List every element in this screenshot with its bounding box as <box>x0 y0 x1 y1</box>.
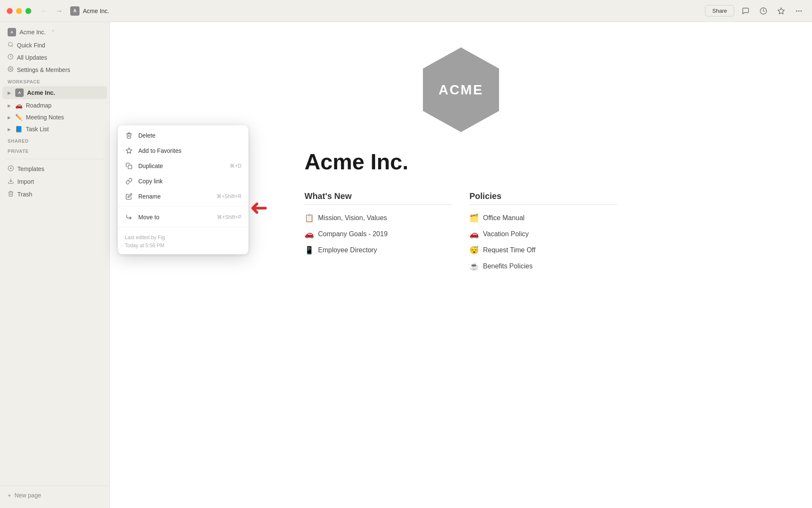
move-to-shortcut: ⌘+Shift+P <box>217 214 241 220</box>
chevron-right-icon: ▶ <box>8 127 11 132</box>
main-content: ACME Acme Inc. What's New 📋 Mission, Vis… <box>110 22 812 508</box>
vacation-policy-icon: 🚗 <box>469 229 479 239</box>
company-goals-icon: 🚗 <box>304 229 314 239</box>
sidebar-item-trash[interactable]: Trash <box>3 188 107 200</box>
duplicate-shortcut: ⌘+D <box>230 163 241 169</box>
chevron-right-icon: ▶ <box>8 115 11 120</box>
titlebar-actions: Share <box>705 5 805 17</box>
new-page-button[interactable]: + New page <box>0 489 110 501</box>
svg-rect-14 <box>128 165 132 169</box>
workspace-header[interactable]: A Acme Inc. ⌃ <box>3 26 107 39</box>
traffic-lights <box>7 8 31 14</box>
last-edited-time: Today at 5:56 PM <box>125 242 241 250</box>
add-to-favorites-label: Add to Favorites <box>138 147 241 154</box>
acme-hexagon: ACME <box>423 47 499 132</box>
policies-section: Policies 🗂️ Office Manual 🚗 Vacation Pol… <box>469 191 617 274</box>
chat-icon-button[interactable] <box>739 5 752 17</box>
task-list-label: Task List <box>26 126 49 133</box>
sidebar-item-quick-find[interactable]: Quick Find <box>3 39 107 51</box>
content-item-vacation-policy[interactable]: 🚗 Vacation Policy <box>469 226 617 242</box>
quick-find-label: Quick Find <box>17 42 45 49</box>
content-item-office-manual[interactable]: 🗂️ Office Manual <box>469 210 617 226</box>
svg-line-6 <box>12 46 13 47</box>
import-label: Import <box>17 178 34 185</box>
more-icon-button[interactable] <box>793 5 805 17</box>
sidebar-item-acme[interactable]: ▶ A Acme Inc. <box>3 86 107 99</box>
context-menu-divider <box>118 207 248 207</box>
minimize-button[interactable] <box>16 8 22 14</box>
new-page-label: New page <box>14 492 41 499</box>
benefits-policies-label: Benefits Policies <box>483 262 532 270</box>
back-button[interactable]: ← <box>38 5 50 17</box>
content-item-benefits-policies[interactable]: ☕ Benefits Policies <box>469 258 617 274</box>
svg-marker-13 <box>126 148 132 153</box>
favorite-icon-button[interactable] <box>775 5 787 17</box>
context-menu: Delete Add to Favorites Duplicate ⌘+D Co… <box>118 125 249 254</box>
page-body: ACME Acme Inc. What's New 📋 Mission, Vis… <box>271 22 651 508</box>
workspace-section-label: WORKSPACE <box>0 76 110 86</box>
meeting-notes-label-text: Meeting Notes <box>26 114 64 121</box>
import-icon <box>8 178 14 185</box>
request-time-off-icon: 😴 <box>469 246 479 255</box>
company-goals-label: Company Goals - 2019 <box>318 230 388 238</box>
trash-icon <box>8 190 14 198</box>
sidebar-item-all-updates[interactable]: All Updates <box>3 52 107 63</box>
trash-label: Trash <box>17 191 32 198</box>
plus-icon: + <box>8 492 11 499</box>
context-menu-copy-link[interactable]: Copy link <box>118 174 248 189</box>
history-icon-button[interactable] <box>757 5 770 17</box>
context-menu-delete[interactable]: Delete <box>118 128 248 143</box>
rename-icon <box>125 192 133 201</box>
content-item-employee-directory[interactable]: 📱 Employee Directory <box>304 242 453 258</box>
main-layout: A Acme Inc. ⌃ Quick Find All Updates <box>0 22 812 508</box>
sidebar-item-settings[interactable]: Settings & Members <box>3 64 107 75</box>
content-item-mission[interactable]: 📋 Mission, Vision, Values <box>304 210 453 226</box>
acme-logo-text: ACME <box>439 82 483 98</box>
sidebar-item-meeting-notes[interactable]: ▶ ✏️ Mission, Vision, Values Meeting Not… <box>3 112 107 123</box>
sidebar-item-templates[interactable]: Templates <box>3 163 107 175</box>
templates-icon <box>8 165 14 173</box>
content-item-company-goals[interactable]: 🚗 Company Goals - 2019 <box>304 226 453 242</box>
context-menu-rename[interactable]: Rename ⌘+Shift+R <box>118 189 248 204</box>
content-item-request-time-off[interactable]: 😴 Request Time Off <box>469 242 617 258</box>
acme-label: Acme Inc. <box>27 89 55 96</box>
chevron-right-icon: ▶ <box>8 103 11 108</box>
whats-new-section: What's New 📋 Mission, Vision, Values 🚗 C… <box>304 191 453 274</box>
shared-section-label: SHARED <box>0 135 110 145</box>
sidebar-item-task-list[interactable]: ▶ 📘 Task List <box>3 124 107 135</box>
move-to-label: Move to <box>138 214 212 221</box>
breadcrumb-title: Acme Inc. <box>83 8 109 14</box>
svg-marker-1 <box>778 8 785 14</box>
rename-label: Rename <box>138 193 211 200</box>
sidebar-footer: + New page <box>0 486 110 505</box>
acme-icon: A <box>15 88 24 97</box>
chevron-right-icon: ▶ <box>8 91 11 95</box>
close-button[interactable] <box>7 8 13 14</box>
search-icon <box>8 41 14 49</box>
last-edited-label: Last edited by Fig <box>125 234 241 242</box>
sidebar: A Acme Inc. ⌃ Quick Find All Updates <box>0 22 110 508</box>
share-button[interactable]: Share <box>705 5 734 17</box>
context-menu-duplicate[interactable]: Duplicate ⌘+D <box>118 158 248 174</box>
context-menu-divider-2 <box>118 227 248 228</box>
star-icon <box>125 146 133 155</box>
svg-point-4 <box>801 10 802 11</box>
context-menu-footer: Last edited by Fig Today at 5:56 PM <box>118 230 248 251</box>
vacation-policy-label: Vacation Policy <box>483 230 529 238</box>
mission-label: Mission, Vision, Values <box>318 214 387 222</box>
context-menu-add-favorites[interactable]: Add to Favorites <box>118 143 248 158</box>
workspace-name: Acme Inc. <box>19 29 46 36</box>
maximize-button[interactable] <box>25 8 31 14</box>
breadcrumb: A Acme Inc. <box>70 6 705 16</box>
meeting-notes-emoji: ✏️ <box>15 114 22 121</box>
forward-button[interactable]: → <box>53 5 65 17</box>
duplicate-label: Duplicate <box>138 163 225 169</box>
sidebar-item-roadmap[interactable]: ▶ 🚗 Roadmap <box>3 100 107 111</box>
svg-point-5 <box>8 42 12 46</box>
employee-directory-icon: 📱 <box>304 246 314 255</box>
svg-point-8 <box>10 68 11 70</box>
roadmap-label: Roadmap <box>26 102 52 109</box>
context-menu-move-to[interactable]: Move to ⌘+Shift+P <box>118 210 248 225</box>
sidebar-item-import[interactable]: Import <box>3 176 107 188</box>
titlebar: ← → A Acme Inc. Share <box>0 0 812 22</box>
